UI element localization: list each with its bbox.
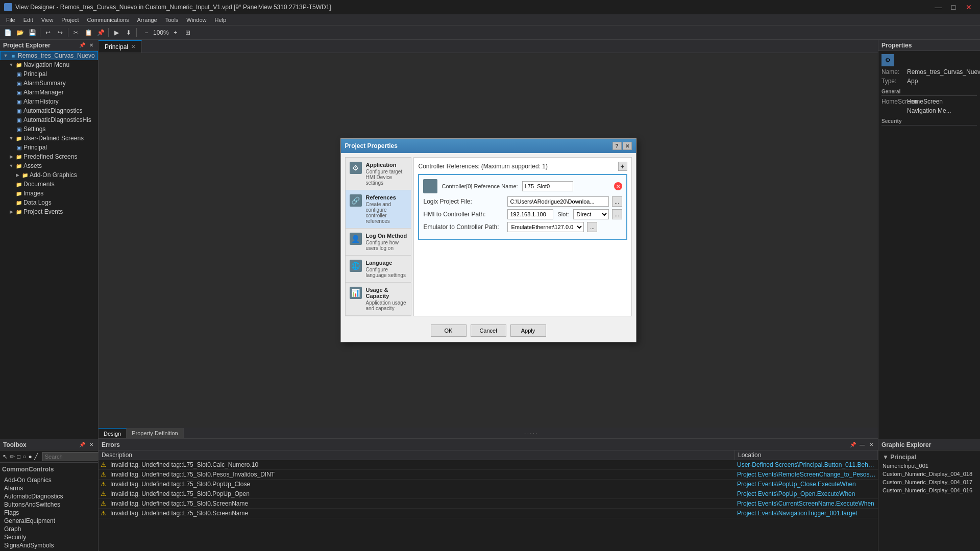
ge-item-0[interactable]: NumericInput_001 bbox=[880, 462, 978, 470]
tb-redo[interactable]: ↪ bbox=[55, 27, 66, 38]
tree-item-nav-menu[interactable]: ▼ 📁 Navigation Menu bbox=[0, 60, 98, 69]
toolbox-item-autodiag[interactable]: AutomaticDiagnostics bbox=[2, 492, 96, 500]
toolbox-rect-tool[interactable]: □ bbox=[16, 451, 21, 462]
tree-item-project[interactable]: ▼ ■ Remos_tres_Curvas_Nuevo bbox=[0, 51, 98, 60]
dialog-close-button[interactable]: ✕ bbox=[623, 142, 632, 150]
tb-paste[interactable]: 📌 bbox=[95, 27, 106, 38]
toolbox-item-flags[interactable]: Flags bbox=[2, 509, 96, 517]
tree-item-principal-2[interactable]: ▣ Principal bbox=[0, 143, 98, 152]
toolbox-item-signs[interactable]: SignsAndSymbols bbox=[2, 541, 96, 549]
minimize-button[interactable]: — bbox=[931, 2, 945, 12]
menu-view[interactable]: View bbox=[37, 16, 58, 24]
tb-new[interactable]: 📄 bbox=[2, 27, 13, 38]
toolbox-item-buttons[interactable]: ButtonsAndSwitches bbox=[2, 500, 96, 509]
dialog-nav-language[interactable]: 🌐 Language Configure language settings bbox=[346, 256, 411, 283]
toolbox-select-tool[interactable]: ↖ bbox=[2, 451, 8, 462]
tb-cut[interactable]: ✂ bbox=[70, 27, 82, 38]
error-loc-3[interactable]: Project Events\PopUp_Open.ExecuteWhen bbox=[735, 489, 878, 498]
menu-edit[interactable]: Edit bbox=[19, 16, 37, 24]
errors-close-button[interactable]: ✕ bbox=[868, 441, 875, 448]
tree-item-alarm-summary[interactable]: ▣ AlarmSummary bbox=[0, 79, 98, 88]
tree-item-user-defined[interactable]: ▼ 📁 User-Defined Screens bbox=[0, 134, 98, 143]
tree-item-predefined[interactable]: ▶ 📁 Predefined Screens bbox=[0, 152, 98, 161]
panel-pin-button[interactable]: 📌 bbox=[79, 42, 86, 49]
tree-item-alarm-manager[interactable]: ▣ AlarmManager bbox=[0, 88, 98, 97]
toolbox-pin-button[interactable]: 📌 bbox=[79, 441, 86, 448]
close-window-button[interactable]: ✕ bbox=[962, 2, 976, 12]
tree-item-auto-diag[interactable]: ▣ AutomaticDiagnostics bbox=[0, 106, 98, 115]
tb-open[interactable]: 📂 bbox=[14, 27, 26, 38]
zoom-out-button[interactable]: − bbox=[141, 27, 152, 38]
toolbox-item-alarms[interactable]: Alarms bbox=[2, 484, 96, 492]
tab-close-icon[interactable]: ✕ bbox=[131, 44, 135, 49]
tree-item-images[interactable]: 📁 Images bbox=[0, 189, 98, 198]
dialog-nav-capacity[interactable]: 📊 Usage & Capacity Application usage and… bbox=[346, 283, 411, 316]
error-loc-2[interactable]: Project Events\PopUp_Close.ExecuteWhen bbox=[735, 480, 878, 489]
tb-download[interactable]: ⬇ bbox=[123, 27, 134, 38]
zoom-fit-button[interactable]: ⊞ bbox=[182, 27, 193, 38]
menu-file[interactable]: File bbox=[2, 16, 19, 24]
toolbox-item-graph[interactable]: Graph bbox=[2, 525, 96, 533]
maximize-button[interactable]: □ bbox=[946, 2, 961, 12]
logix-file-browse-button[interactable]: ... bbox=[612, 196, 622, 207]
panel-close-button[interactable]: ✕ bbox=[88, 42, 95, 49]
toolbox-ellipse-tool[interactable]: ○ bbox=[22, 451, 27, 462]
reference-name-input[interactable] bbox=[522, 181, 573, 191]
tb-build[interactable]: ▶ bbox=[111, 27, 122, 38]
menu-arrange[interactable]: Arrange bbox=[133, 16, 161, 24]
tree-item-addon[interactable]: ▶ 📁 Add-On Graphics bbox=[0, 170, 98, 180]
dialog-nav-references[interactable]: 🔗 References Create and configure contro… bbox=[346, 190, 411, 229]
emulator-path-browse-button[interactable]: ... bbox=[587, 222, 597, 232]
slot-select[interactable]: Direct 0 1 2 bbox=[573, 209, 609, 219]
ge-item-1[interactable]: Custom_Numeric_Display_004_018 bbox=[880, 470, 978, 478]
add-controller-button[interactable]: + bbox=[618, 162, 627, 171]
toolbox-item-addon[interactable]: Add-On Graphics bbox=[2, 476, 96, 484]
error-loc-5[interactable]: Project Events\NavigationTrigger_001.tar… bbox=[735, 509, 878, 518]
dialog-nav-logon[interactable]: 👤 Log On Method Configure how users log … bbox=[346, 229, 411, 256]
error-loc-1[interactable]: Project Events\RemoteScreenChange_to_Pes… bbox=[735, 470, 878, 479]
tree-item-project-events[interactable]: ▶ 📁 Project Events bbox=[0, 207, 98, 216]
menu-window[interactable]: Window bbox=[182, 16, 210, 24]
tab-principal[interactable]: Principal ✕ bbox=[99, 40, 142, 53]
logix-file-input[interactable] bbox=[507, 196, 608, 207]
tb-save[interactable]: 💾 bbox=[27, 27, 38, 38]
toolbox-pencil-tool[interactable]: ✏ bbox=[9, 451, 15, 462]
tb-undo[interactable]: ↩ bbox=[42, 27, 54, 38]
tree-item-auto-diag-his[interactable]: ▣ AutomaticDiagnosticsHis bbox=[0, 115, 98, 124]
dialog-nav-application[interactable]: ⚙ Application Configure target HMI Devic… bbox=[346, 158, 411, 190]
menu-communications[interactable]: Communications bbox=[83, 16, 133, 24]
hmi-path-browse-button[interactable]: ... bbox=[612, 209, 622, 219]
toolbox-section-header-common[interactable]: CommonControls bbox=[2, 465, 96, 474]
menu-tools[interactable]: Tools bbox=[161, 16, 183, 24]
cancel-button[interactable]: Cancel bbox=[471, 324, 506, 337]
tree-item-datalogs[interactable]: 📁 Data Logs bbox=[0, 198, 98, 207]
tree-item-documents[interactable]: 📁 Documents bbox=[0, 180, 98, 189]
tree-item-settings[interactable]: ▣ Settings bbox=[0, 124, 98, 134]
zoom-in-button[interactable]: + bbox=[170, 27, 181, 38]
dialog-help-button[interactable]: ? bbox=[612, 142, 622, 150]
errors-pin-button[interactable]: 📌 bbox=[849, 441, 856, 448]
tb-copy[interactable]: 📋 bbox=[83, 27, 94, 38]
toolbox-item-general-equip[interactable]: GeneralEquipment bbox=[2, 517, 96, 525]
toolbox-close-button[interactable]: ✕ bbox=[88, 441, 95, 448]
hmi-path-input[interactable] bbox=[507, 209, 553, 219]
ok-button[interactable]: OK bbox=[431, 324, 467, 337]
ge-item-2[interactable]: Custom_Numeric_Display_004_017 bbox=[880, 478, 978, 486]
apply-button[interactable]: Apply bbox=[510, 324, 546, 337]
tab-property-definition[interactable]: Property Definition bbox=[127, 428, 184, 438]
menu-help[interactable]: Help bbox=[210, 16, 230, 24]
error-loc-4[interactable]: Project Events\CurrentScreenName.Execute… bbox=[735, 499, 878, 508]
controller-card-close-button[interactable]: ✕ bbox=[614, 182, 622, 190]
toolbox-point-tool[interactable]: ● bbox=[28, 451, 33, 462]
tab-design[interactable]: Design bbox=[99, 428, 127, 438]
toolbox-line-tool[interactable]: ╱ bbox=[34, 451, 38, 462]
toolbox-item-security[interactable]: Security bbox=[2, 533, 96, 541]
errors-minimize-button[interactable]: — bbox=[859, 441, 866, 448]
menu-project[interactable]: Project bbox=[57, 16, 83, 24]
tree-item-principal-1[interactable]: ▣ Principal bbox=[0, 69, 98, 79]
ge-item-3[interactable]: Custom_Numeric_Display_004_016 bbox=[880, 486, 978, 494]
tree-item-assets[interactable]: ▼ 📁 Assets bbox=[0, 161, 98, 170]
tree-item-alarm-history[interactable]: ▣ AlarmHistory bbox=[0, 97, 98, 106]
emulator-path-select[interactable]: EmulateEthernet\127.0.0.1 bbox=[507, 222, 584, 232]
error-loc-0[interactable]: User-Defined Screens\Principal.Button_01… bbox=[735, 460, 878, 469]
